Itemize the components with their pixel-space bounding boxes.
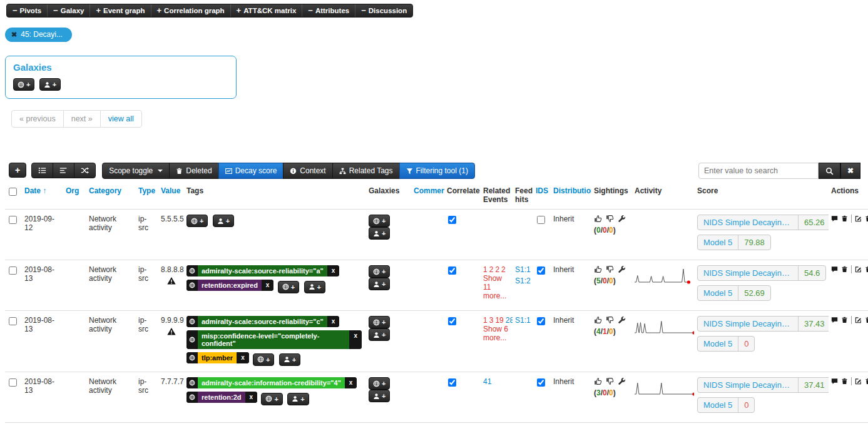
comment-icon[interactable]	[831, 265, 838, 273]
remove-tag-button[interactable]: x	[345, 377, 357, 388]
add-global-galaxy-button[interactable]: +	[369, 265, 390, 278]
related-event-link[interactable]: 1	[483, 265, 488, 274]
edit-icon[interactable]	[855, 377, 862, 385]
wrench-icon[interactable]	[618, 377, 626, 385]
add-local-galaxy-button[interactable]: +	[369, 227, 390, 240]
thumb-down-icon[interactable]	[606, 316, 614, 324]
globe-icon[interactable]	[186, 330, 198, 349]
add-local-galaxy-button[interactable]: +	[369, 328, 390, 341]
clear-search-button[interactable]: ✖	[840, 163, 860, 179]
ids-checkbox[interactable]	[537, 378, 545, 387]
thumb-up-icon[interactable]	[594, 215, 602, 223]
add-local-tag-button[interactable]: +	[213, 215, 234, 227]
correlate-checkbox[interactable]	[448, 378, 456, 387]
delete-icon[interactable]	[865, 265, 868, 273]
ids-checkbox[interactable]	[537, 266, 545, 275]
correlate-checkbox[interactable]	[448, 266, 456, 275]
delete-icon[interactable]	[865, 377, 868, 385]
decay-score-badge[interactable]: Model 5 52.69	[697, 285, 771, 301]
show-more-link[interactable]: Show 11 more...	[483, 274, 506, 300]
list-view-button[interactable]	[31, 163, 53, 178]
comment-icon[interactable]	[831, 215, 838, 223]
search-button[interactable]	[819, 163, 840, 179]
decay-score-badge[interactable]: NIDS Simple Decaying ... 37.41	[697, 377, 829, 393]
add-local-tag-button[interactable]: +	[304, 281, 325, 293]
add-attribute-button[interactable]: +	[9, 163, 26, 178]
trash-icon[interactable]	[841, 265, 848, 273]
add-global-tag-button[interactable]: +	[253, 353, 274, 366]
feed-hit-link[interactable]: S1:1	[515, 265, 531, 274]
header-distribution[interactable]: Distribution	[551, 181, 591, 210]
add-local-galaxy-button[interactable]: +	[369, 278, 390, 290]
close-icon[interactable]: ✖	[11, 31, 17, 39]
correlate-checkbox[interactable]	[448, 317, 456, 325]
row-select-checkbox[interactable]	[9, 317, 17, 325]
remove-tag-button[interactable]: x	[237, 352, 249, 363]
remove-tag-button[interactable]: x	[245, 392, 258, 403]
delete-icon[interactable]	[865, 316, 868, 324]
thumb-down-icon[interactable]	[606, 377, 614, 385]
related-event-link[interactable]: 2	[495, 265, 499, 274]
row-select-checkbox[interactable]	[9, 266, 17, 275]
decay-score-button[interactable]: Decay score	[218, 163, 284, 179]
related-event-link[interactable]: 19	[495, 316, 503, 325]
pivot-chip[interactable]: ✖ 45: Decayi...	[5, 28, 72, 42]
remove-tag-button[interactable]: x	[262, 280, 274, 291]
related-event-link[interactable]: 41	[483, 377, 491, 386]
next-page-button[interactable]: next »	[63, 110, 101, 128]
header-value[interactable]: Value	[158, 181, 184, 210]
header-type[interactable]: Type	[136, 181, 158, 210]
decay-score-badge[interactable]: Model 5 0	[697, 397, 755, 413]
trash-icon[interactable]	[841, 215, 848, 223]
decay-score-badge[interactable]: Model 5 0	[697, 336, 755, 352]
thumb-down-icon[interactable]	[606, 215, 614, 223]
search-input[interactable]	[698, 163, 819, 179]
thumb-down-icon[interactable]	[606, 265, 614, 273]
comment-icon[interactable]	[831, 316, 838, 324]
view-all-button[interactable]: view all	[100, 110, 142, 128]
comment-icon[interactable]	[831, 377, 838, 385]
globe-icon[interactable]	[186, 392, 198, 403]
decay-score-badge[interactable]: NIDS Simple Decaying ... 37.43	[697, 316, 829, 332]
deleted-button[interactable]: Deleted	[169, 163, 218, 179]
decay-score-badge[interactable]: NIDS Simple Decaying ... 54.6	[697, 265, 826, 281]
related-event-link[interactable]: 2	[489, 265, 494, 274]
trash-icon[interactable]	[841, 316, 848, 324]
related-event-link[interactable]: 3	[489, 316, 494, 325]
edit-icon[interactable]	[855, 215, 862, 223]
tab-attributes[interactable]: −Attributes	[302, 4, 355, 17]
feed-hit-link[interactable]: S1:1	[515, 316, 531, 325]
correlate-checkbox[interactable]	[448, 216, 456, 224]
thumb-up-icon[interactable]	[594, 377, 602, 385]
proposal-view-button[interactable]	[53, 163, 74, 178]
add-global-galaxy-button[interactable]: +	[369, 377, 390, 390]
previous-page-button[interactable]: « previous	[11, 110, 64, 128]
tab-event-graph[interactable]: +Event graph	[89, 4, 150, 17]
add-global-tag-button[interactable]: +	[278, 281, 299, 293]
tab-discussion[interactable]: −Discussion	[355, 4, 412, 17]
select-all-checkbox[interactable]	[9, 188, 17, 196]
ids-checkbox[interactable]	[537, 216, 545, 224]
add-local-galaxy-button[interactable]: +	[369, 390, 390, 402]
add-global-galaxy-button[interactable]: +	[13, 78, 34, 91]
decay-score-badge[interactable]: NIDS Simple Decaying ... 65.26	[697, 215, 829, 230]
related-event-link[interactable]: 28	[506, 316, 513, 325]
add-global-tag-button[interactable]: +	[261, 393, 282, 405]
wrench-icon[interactable]	[618, 215, 626, 223]
remove-tag-button[interactable]: x	[327, 316, 340, 327]
ids-checkbox[interactable]	[537, 317, 545, 325]
thumb-up-icon[interactable]	[594, 265, 602, 273]
shuffle-view-button[interactable]	[74, 163, 96, 178]
add-global-tag-button[interactable]: +	[186, 215, 208, 227]
show-more-link[interactable]: Show 6 more...	[483, 325, 508, 342]
add-global-galaxy-button[interactable]: +	[369, 215, 390, 227]
remove-tag-button[interactable]: x	[327, 265, 340, 276]
trash-icon[interactable]	[841, 377, 848, 385]
feed-hit-link[interactable]: S1:2	[515, 276, 531, 285]
row-select-checkbox[interactable]	[9, 378, 17, 387]
globe-icon[interactable]	[186, 265, 198, 276]
edit-icon[interactable]	[855, 316, 862, 324]
add-local-tag-button[interactable]: +	[287, 393, 309, 405]
header-category[interactable]: Category	[86, 181, 136, 210]
edit-icon[interactable]	[855, 265, 862, 273]
